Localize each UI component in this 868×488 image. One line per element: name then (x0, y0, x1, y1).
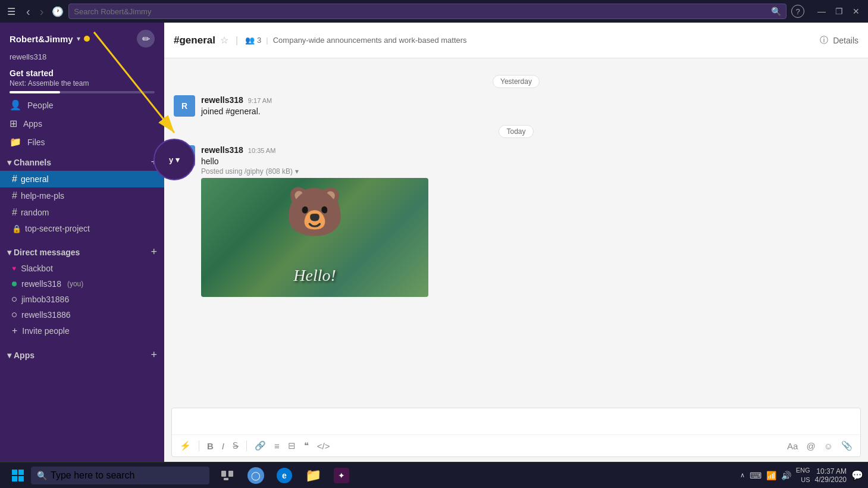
chat-channel-name: #general (174, 35, 215, 46)
add-app-button[interactable]: + (151, 349, 157, 361)
join-username[interactable]: rewells318 (201, 95, 243, 105)
close-button[interactable]: ✕ (849, 5, 863, 17)
help-button[interactable]: ? (791, 5, 804, 18)
hello-time: 10:35 AM (248, 147, 275, 154)
people-label: People (27, 101, 54, 110)
taskbar-search-bar[interactable]: 🔍 Type here to search (31, 467, 209, 484)
list-button[interactable]: ≡ (271, 439, 283, 453)
language-region: ENG US (796, 466, 810, 484)
show-hidden-icon[interactable]: ∧ (740, 471, 745, 479)
notification-icon[interactable]: 💬 (851, 470, 863, 481)
invite-people-button[interactable]: + Invite people (0, 323, 164, 339)
channel-item-general[interactable]: # general (0, 171, 164, 187)
code-button[interactable]: </> (314, 439, 333, 453)
search-input[interactable] (74, 7, 767, 16)
lightning-button[interactable]: ⚡ (177, 439, 194, 453)
sidebar-item-files[interactable]: 📁 Files (0, 133, 164, 151)
minimize-button[interactable]: — (814, 5, 829, 17)
restore-button[interactable]: ❐ (832, 5, 847, 17)
italic-button[interactable]: I (219, 439, 227, 453)
quote-button[interactable]: ❝ (301, 439, 312, 453)
channel-item-help-me-pls[interactable]: # help-me-pls (0, 187, 164, 204)
message-toolbar: ⚡ B I S̶ 🔗 ≡ ⊟ ❝ </> Aa @ ☺ 📎 (172, 434, 860, 456)
people-icon: 👤 (10, 99, 21, 111)
svg-rect-4 (221, 471, 226, 477)
taskbar-right: ∧ ⌨ 📶 🔊 ENG US 10:37 AM 4/29/2020 💬 (740, 466, 863, 484)
bold-button[interactable]: B (204, 439, 217, 453)
menu-icon[interactable]: ☰ (5, 4, 18, 20)
edge-app[interactable]: e (271, 462, 297, 489)
taskview-button[interactable] (214, 462, 240, 489)
add-dm-button[interactable]: + (151, 246, 157, 258)
slack-icon: ✦ (334, 468, 349, 483)
dm-item-rewells318[interactable]: rewells318 (you) (0, 276, 164, 292)
time-display[interactable]: 10:37 AM 4/29/2020 (815, 467, 847, 484)
back-button[interactable]: ‹ (23, 4, 34, 20)
channel-item-top-secret[interactable]: 🔒 top-secret-project (0, 221, 164, 236)
info-icon: ⓘ (820, 35, 828, 46)
main-layout: Robert&Jimmy ▾ ✏ rewells318 Get started … (0, 23, 868, 462)
attach-button[interactable]: 📎 (838, 439, 856, 453)
search-bar[interactable]: 🔍 (68, 4, 786, 19)
dm-item-jimbob[interactable]: jimbob31886 (0, 292, 164, 307)
files-app[interactable]: 📁 (300, 462, 326, 489)
dm-toggle[interactable]: ▾ Direct messages (7, 248, 80, 257)
sidebar-item-apps[interactable]: ⊞ Apps (0, 114, 164, 133)
giphy-hello-text: Hello! (293, 266, 336, 285)
link-button[interactable]: 🔗 (252, 439, 269, 453)
new-message-button[interactable]: ✏ (137, 30, 155, 48)
emoji-button[interactable]: ☺ (821, 439, 836, 453)
dm-item-slackbot[interactable]: ♥ Slackbot (0, 261, 164, 276)
join-message-avatar: R (174, 95, 195, 117)
start-button[interactable] (5, 462, 31, 489)
dm-name-rewells318: rewells318 (21, 279, 61, 289)
forward-button[interactable]: › (36, 4, 48, 20)
count-divider: | (266, 36, 268, 45)
slack-app[interactable]: ✦ (328, 462, 355, 489)
giphy-dropdown-icon[interactable]: ▾ (295, 167, 299, 176)
format-button[interactable]: Aa (784, 439, 801, 453)
ordered-list-button[interactable]: ⊟ (285, 439, 299, 453)
channel-hash-icon: # (12, 207, 17, 218)
chat-header-right[interactable]: ⓘ Details (820, 35, 858, 46)
channel-item-random[interactable]: # random (0, 204, 164, 221)
channels-toggle[interactable]: ▾ Channels (7, 158, 51, 167)
member-count: 👥 3 | Company-wide announcements and wor… (245, 36, 467, 45)
dm-item-rewells31886[interactable]: rewells31886 (0, 307, 164, 323)
taskview-icon (221, 471, 233, 480)
workspace-status-dot (84, 36, 90, 42)
apps-toggle[interactable]: ▾ Apps (7, 351, 35, 360)
strikethrough-button[interactable]: S̶ (230, 439, 242, 453)
workspace-dropdown-icon: ▾ (77, 35, 80, 43)
date-text: 4/29/2020 (815, 476, 847, 484)
edge-icon: e (277, 468, 292, 483)
channel-name-random: random (21, 208, 49, 217)
cortana-app[interactable]: ◯ (243, 462, 269, 489)
taskbar-search-icon: 🔍 (37, 471, 47, 480)
add-channel-button[interactable]: + (151, 156, 157, 168)
svg-rect-6 (224, 478, 228, 480)
dm-name-jimbob: jimbob31886 (21, 295, 69, 304)
workspace-name[interactable]: Robert&Jimmy ▾ (10, 34, 90, 44)
apps-icon: ⊞ (10, 118, 17, 129)
search-icon: 🔍 (771, 7, 781, 16)
sidebar-item-people[interactable]: 👤 People (0, 96, 164, 114)
apps-section-label: Apps (14, 351, 35, 360)
mention-button[interactable]: @ (803, 439, 818, 453)
details-label[interactable]: Details (833, 36, 858, 45)
hello-username[interactable]: rewells318 (201, 145, 243, 155)
rewells31886-status-icon (12, 312, 17, 317)
message-input-box[interactable] (172, 408, 860, 434)
get-started-section[interactable]: Get started Next: Assemble the team (0, 65, 164, 96)
channels-section-header: ▾ Channels + (0, 151, 164, 171)
dm-chevron-icon: ▾ (7, 248, 11, 257)
history-icon[interactable]: 🕐 (52, 6, 64, 17)
channel-name-help: help-me-pls (21, 191, 64, 201)
svg-rect-5 (228, 471, 233, 477)
taskbar-time[interactable]: ENG US (796, 466, 810, 484)
message-input-area: ⚡ B I S̶ 🔗 ≡ ⊟ ❝ </> Aa @ ☺ 📎 (171, 408, 861, 457)
workspace-header: Robert&Jimmy ▾ ✏ (0, 23, 164, 52)
yesterday-label: Yesterday (493, 75, 540, 88)
star-icon[interactable]: ☆ (220, 35, 228, 46)
channel-hash-icon: # (12, 174, 17, 184)
